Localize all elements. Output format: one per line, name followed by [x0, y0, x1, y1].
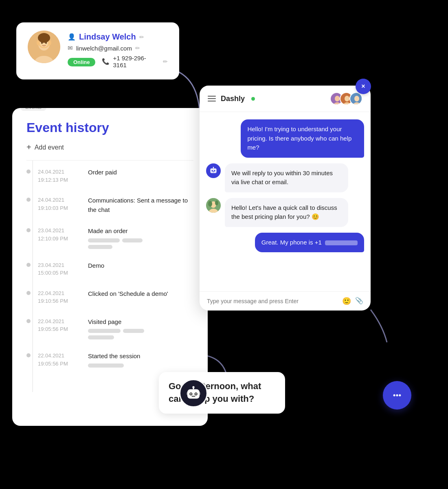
event-date: 22.04.202119:10:56 PM [38, 289, 81, 305]
chat-message-input[interactable] [207, 298, 338, 304]
tag [88, 238, 120, 242]
bot-greeting-icon [179, 379, 208, 408]
svg-point-35 [195, 393, 197, 395]
add-event-label: Add event [35, 144, 64, 151]
svg-rect-40 [199, 392, 200, 395]
event-description: Started the session [88, 352, 193, 368]
panel-label: Events [20, 108, 46, 111]
event-tags [88, 329, 193, 339]
event-tags [88, 363, 193, 368]
panel-header: Event history + Add event [12, 108, 208, 161]
svg-point-21 [211, 170, 213, 172]
svg-rect-19 [211, 168, 217, 173]
avatar [28, 31, 60, 63]
event-description: Order paid [88, 168, 193, 177]
svg-point-41 [393, 394, 395, 396]
event-date: 24.04.202119:12:13 PM [38, 168, 81, 184]
timeline-item: 22.04.202119:05:56 PMStarted the session [26, 352, 193, 368]
svg-point-42 [396, 394, 398, 396]
svg-point-11 [335, 96, 340, 101]
email-icon: ✉ [68, 44, 73, 52]
svg-rect-31 [187, 389, 200, 399]
timeline-item: 23.04.202115:00:05 PMDemo [26, 261, 193, 277]
message-row-received-bot: We will reply to you within 30 minutes v… [206, 163, 364, 192]
svg-point-17 [354, 96, 359, 101]
chat-header-left: Dashly [208, 95, 255, 103]
attachment-icon[interactable]: 📎 [355, 297, 363, 306]
message-received-bot: We will reply to you within 30 minutes v… [225, 163, 348, 192]
tag [88, 335, 114, 339]
svg-point-25 [213, 167, 214, 168]
svg-point-22 [214, 170, 215, 172]
add-event-button[interactable]: + Add event [26, 143, 193, 152]
timeline-item: 24.04.202119:10:03 PMCommunications: Sen… [26, 196, 193, 214]
emoji-icon[interactable]: 🙂 [342, 297, 351, 306]
event-description: Clicked on 'Schedule a demo' [88, 289, 193, 299]
contact-info: 👤 Lindsay Welch ✏ ✉ linwelch@gmail.com ✏… [68, 31, 168, 71]
event-description: Demo [88, 261, 193, 271]
svg-rect-36 [192, 396, 195, 397]
event-date: 24.04.202119:10:03 PM [38, 196, 81, 212]
chat-agent-avatars [330, 92, 362, 105]
event-date: 23.04.202112:10:09 PM [38, 227, 81, 242]
chat-title: Dashly [221, 95, 245, 103]
chat-fab-button[interactable] [383, 381, 411, 410]
agent-avatar-3 [349, 92, 362, 105]
event-description: Communications: Sent a message to the ch… [88, 196, 193, 214]
timeline-item: 22.04.202119:10:56 PMClicked on 'Schedul… [26, 289, 193, 305]
plus-icon: + [26, 143, 31, 152]
timeline-dot [26, 263, 31, 267]
svg-rect-23 [213, 171, 214, 172]
tag [88, 363, 124, 368]
timeline-item: 24.04.202119:12:13 PMOrder paid [26, 168, 193, 184]
message-sent-1: Hello! I'm trying to understand your pri… [241, 119, 364, 158]
event-description: Visited page [88, 317, 193, 340]
hamburger-menu[interactable] [208, 96, 216, 101]
bot-greeting-bubble: Good afternoon, what can I help you with… [159, 372, 285, 414]
contact-email: linwelch@gmail.com [76, 45, 132, 52]
timeline-dot [26, 170, 31, 174]
timeline-dot [26, 353, 31, 357]
tag [123, 329, 144, 333]
svg-point-43 [399, 394, 401, 396]
chat-input-row[interactable]: 🙂 📎 [200, 291, 371, 311]
edit-email-icon[interactable]: ✏ [135, 45, 140, 51]
svg-rect-39 [187, 392, 188, 395]
svg-point-7 [38, 33, 50, 43]
chat-header: Dashly [200, 86, 371, 112]
timeline-dot [26, 291, 31, 295]
edit-phone-icon[interactable]: ✏ [163, 58, 168, 65]
svg-point-8 [37, 40, 40, 45]
svg-point-9 [48, 40, 51, 45]
chat-input-icons: 🙂 📎 [342, 297, 363, 306]
event-history-title: Event history [26, 120, 193, 135]
message-row-received-agent: Hello! Let's have a quick call to discus… [206, 198, 364, 227]
edit-name-icon[interactable]: ✏ [139, 34, 144, 40]
message-sent-2: Great. My phone is +1 [255, 233, 364, 253]
tag [88, 329, 121, 333]
tag [122, 238, 143, 242]
svg-point-30 [215, 200, 218, 205]
timeline-dot [26, 319, 31, 323]
contact-name: Lindsay Welch [79, 32, 136, 42]
event-description: Made an order [88, 227, 193, 249]
event-timeline: 24.04.202119:12:13 PMOrder paid24.04.202… [12, 161, 208, 392]
contact-card: 👤 Lindsay Welch ✏ ✉ linwelch@gmail.com ✏… [16, 22, 179, 79]
chat-widget: Dashly [200, 86, 371, 311]
event-date: 23.04.202115:00:05 PM [38, 261, 81, 277]
tag [88, 245, 112, 249]
timeline-item: 22.04.202119:05:56 PMVisited page [26, 317, 193, 340]
event-date: 22.04.202119:05:56 PM [38, 317, 81, 333]
svg-point-14 [345, 96, 349, 101]
event-date: 22.04.202119:05:56 PM [38, 352, 81, 368]
chat-online-indicator [251, 97, 255, 101]
bot-avatar [206, 163, 221, 178]
close-chat-button[interactable]: × [356, 79, 371, 94]
timeline-item: 23.04.202112:10:09 PMMade an order [26, 227, 193, 249]
event-tags [88, 238, 193, 249]
contact-phone: +1 929-296-3161 [113, 55, 160, 68]
timeline-dot [26, 198, 31, 202]
timeline-dot [26, 228, 31, 232]
agent-chat-avatar [206, 198, 221, 213]
online-badge: Online [68, 58, 95, 66]
